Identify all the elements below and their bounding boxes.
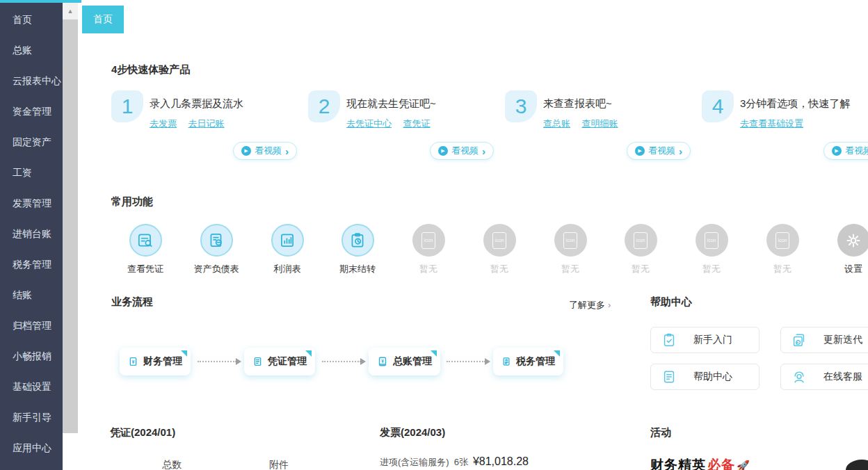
sidebar-item-app-center[interactable]: 应用中心 [0, 432, 63, 463]
sidebar-item-cloud-reports[interactable]: 云报表中心 [0, 65, 63, 96]
beginner-guide-icon [661, 332, 677, 348]
workflow-node-ledger[interactable]: ¥ 总账管理 [369, 348, 440, 375]
sidebar-item-funds[interactable]: 资金管理 [0, 96, 63, 127]
cf-label: 资产负债表 [183, 263, 250, 275]
cf-item-empty-2: icon 暂无 [466, 224, 533, 275]
banner-image-fragment [846, 460, 868, 470]
cf-item-balance-sheet[interactable]: 资产负债表 [183, 224, 250, 275]
activity-title: 活动 [650, 426, 671, 439]
play-icon: ▶ [635, 146, 645, 156]
sidebar-item-home[interactable]: 首页 [0, 4, 63, 35]
app-window: 首页 总账 云报表中心 资金管理 固定资产 工资 发票管理 进销台账 税务管理 … [0, 0, 868, 470]
corner-fold-icon [305, 350, 312, 357]
sidebar-item-closing[interactable]: 结账 [0, 279, 63, 310]
sidebar-item-invoice-mgmt[interactable]: 发票管理 [0, 188, 63, 218]
workflow-node-label: 财务管理 [143, 355, 182, 368]
cf-item-settings[interactable]: 设置 [820, 224, 868, 275]
workflow-title: 业务流程 [111, 295, 153, 309]
play-icon: ▶ [832, 146, 842, 156]
play-icon: ▶ [438, 146, 448, 156]
cf-item-period-end[interactable]: 期末结转 [324, 224, 391, 275]
help-btn-label: 新手入门 [677, 334, 759, 346]
help-btn-label: 帮助中心 [677, 371, 759, 383]
voucher-summary-title: 凭证(2024/01) [110, 426, 175, 439]
invoice-row-label: 进项(含运输服务) [380, 456, 449, 469]
sidebar-item-purchase-sales[interactable]: 进销台账 [0, 218, 63, 249]
link-go-journal[interactable]: 去日记账 [188, 118, 224, 129]
cf-label: 查看凭证 [112, 263, 179, 275]
activity-banner[interactable]: 财务精英 必备 🚀 [650, 456, 750, 470]
sidebar: 首页 总账 云报表中心 资金管理 固定资产 工资 发票管理 进销台账 税务管理 … [0, 0, 63, 470]
sidebar-item-archive[interactable]: 归档管理 [0, 310, 63, 341]
sidebar-item-basic-settings[interactable]: 基础设置 [0, 371, 63, 402]
help-btn-help-docs[interactable]: 帮助中心 [650, 364, 760, 390]
help-btn-beginner[interactable]: 新手入门 [650, 327, 760, 353]
workflow-node-tax[interactable]: 税 税务管理 [493, 348, 563, 375]
watch-video-button-4[interactable]: ▶ 看视频 › [823, 142, 868, 160]
link-view-general-ledger[interactable]: 查总账 [543, 118, 570, 129]
cf-item-empty-1: icon 暂无 [395, 224, 462, 275]
cf-label: 暂无 [395, 263, 462, 275]
invoice-count: 6张 [454, 456, 468, 469]
sidebar-item-beginner-guide[interactable]: 新手引导 [0, 402, 63, 432]
chevron-right-icon: › [608, 300, 611, 310]
cf-label: 暂无 [607, 263, 674, 275]
link-view-voucher[interactable]: 查凭证 [403, 118, 430, 129]
link-go-invoice[interactable]: 去发票 [150, 118, 177, 129]
help-btn-online-support[interactable]: 在线客服 [780, 364, 868, 390]
placeholder-icon: icon [483, 224, 516, 257]
step-1-title: 录入几条票据及流水 [150, 97, 243, 111]
scrollbar-thumb[interactable] [63, 19, 78, 433]
workflow-node-label: 总账管理 [393, 355, 432, 368]
help-docs-icon [661, 369, 677, 384]
learn-more-link[interactable]: 了解更多› [569, 299, 611, 311]
workflow-node-finance[interactable]: ¥ 财务管理 [120, 348, 191, 375]
step-3-title: 来查查报表吧~ [543, 97, 626, 111]
sidebar-item-expense[interactable]: 小畅报销 [0, 341, 63, 371]
voucher-icon [252, 355, 263, 368]
link-basic-settings[interactable]: 去查看基础设置 [740, 118, 803, 129]
help-btn-label: 更新迭代 [807, 334, 868, 346]
help-btn-updates[interactable]: 更新迭代 [780, 327, 868, 353]
watch-video-button-1[interactable]: ▶ 看视频 › [233, 142, 297, 160]
step-2: 2 现在就去生凭证吧~ 去凭证中心 查凭证 ▶ 看视频 › [308, 89, 505, 165]
link-voucher-center[interactable]: 去凭证中心 [346, 118, 392, 129]
cf-item-profit-report[interactable]: 利润表 [254, 224, 321, 275]
placeholder-icon: icon [554, 224, 587, 257]
watch-video-button-3[interactable]: ▶ 看视频 › [627, 142, 691, 160]
banner-highlight-text: 必备 [707, 456, 735, 470]
step-1: 1 录入几条票据及流水 去发票 去日记账 ▶ 看视频 › [111, 89, 308, 165]
play-icon: ▶ [241, 146, 251, 156]
corner-fold-icon [431, 350, 437, 357]
cf-label: 暂无 [749, 263, 816, 275]
sidebar-item-fixed-assets[interactable]: 固定资产 [0, 127, 63, 157]
watch-video-label: 看视频 [451, 145, 479, 157]
help-center-title: 帮助中心 [650, 295, 692, 309]
sidebar-item-payroll[interactable]: 工资 [0, 157, 63, 188]
invoice-amount: ¥81,018.28 [473, 455, 529, 468]
finance-icon: ¥ [128, 355, 138, 368]
link-view-detail-ledger[interactable]: 查明细账 [581, 118, 618, 129]
watch-video-label: 看视频 [845, 145, 868, 157]
watch-video-button-2[interactable]: ▶ 看视频 › [430, 142, 494, 160]
voucher-col-total: 总数 [162, 459, 182, 470]
sidebar-scrollbar[interactable]: ▲ [63, 3, 78, 433]
online-support-icon [791, 369, 807, 384]
cf-item-view-voucher[interactable]: 查看凭证 [112, 224, 179, 275]
balance-sheet-icon [200, 224, 233, 257]
placeholder-icon: icon [696, 224, 728, 257]
watch-video-label: 看视频 [255, 145, 282, 157]
workflow-node-voucher[interactable]: 凭证管理 [244, 348, 315, 375]
svg-text:¥: ¥ [381, 359, 384, 364]
sidebar-item-general-ledger[interactable]: 总账 [0, 35, 63, 65]
tab-home[interactable]: 首页 [82, 6, 124, 33]
invoice-summary-title: 发票(2024/03) [380, 426, 445, 439]
invoice-input-row: 进项(含运输服务) 6张 ¥81,018.28 [380, 455, 529, 469]
sidebar-item-tax-mgmt[interactable]: 税务管理 [0, 249, 63, 279]
scroll-up-icon[interactable]: ▲ [63, 3, 78, 19]
cf-label: 设置 [820, 263, 868, 275]
banner-text: 财务精英 [650, 456, 706, 470]
gear-icon [837, 224, 868, 257]
cf-item-empty-6: icon 暂无 [749, 224, 816, 275]
voucher-col-attachment: 附件 [269, 459, 289, 470]
